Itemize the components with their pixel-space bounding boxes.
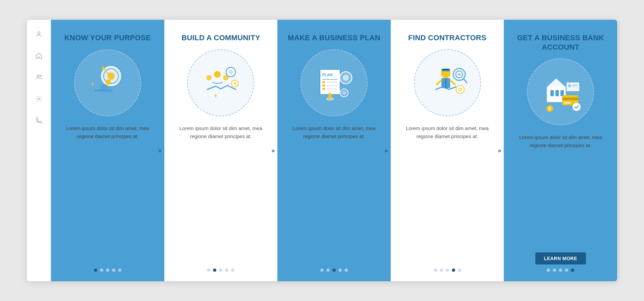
people-icon[interactable] xyxy=(34,72,44,83)
svg-point-3 xyxy=(38,98,40,100)
card-5-dots xyxy=(547,268,574,272)
dot-4-1[interactable] xyxy=(434,268,437,272)
card-1-title: KNOW YOUR PURPOSE xyxy=(64,33,151,43)
contractor-illustration-svg xyxy=(424,59,471,106)
card-1-illustration xyxy=(74,49,141,116)
dot-3-4[interactable] xyxy=(338,268,342,272)
card-2-dots xyxy=(207,268,234,272)
gear-icon[interactable] xyxy=(34,94,44,104)
card-4-dots xyxy=(434,268,461,272)
user-icon[interactable] xyxy=(34,29,44,40)
dot-2-1[interactable] xyxy=(207,268,210,272)
dot-3-2[interactable] xyxy=(326,268,330,272)
dot-2-3[interactable] xyxy=(219,268,222,272)
dot-5-1[interactable] xyxy=(547,268,550,272)
purpose-illustration-svg xyxy=(84,59,131,106)
card-3-chevron: » xyxy=(385,147,388,154)
cards-container: KNOW YOUR PURPOSE xyxy=(51,20,617,281)
svg-point-1 xyxy=(37,75,39,77)
bank-illustration-svg: $ xyxy=(537,68,584,115)
dot-3-5[interactable] xyxy=(344,268,348,272)
community-illustration-svg xyxy=(197,59,244,106)
svg-point-63 xyxy=(568,84,571,87)
dot-5-4[interactable] xyxy=(565,268,568,272)
dot-2-4[interactable] xyxy=(225,268,228,272)
dot-4-3[interactable] xyxy=(446,268,449,272)
card-3-title: MAKE A BUSINESS PLAN xyxy=(288,33,380,43)
card-5-text: Lorem ipsum dolor sit dim amet, mea regi… xyxy=(513,133,608,249)
home-icon[interactable] xyxy=(34,51,44,61)
svg-rect-52 xyxy=(550,90,554,96)
svg-point-18 xyxy=(206,75,212,80)
svg-point-59 xyxy=(573,103,581,111)
dot-5-3[interactable] xyxy=(559,268,562,272)
dot-4-4[interactable] xyxy=(452,268,455,272)
card-4-illustration xyxy=(414,49,481,116)
card-business-plan: MAKE A BUSINESS PLAN PLAN xyxy=(277,20,391,281)
dot-1-4[interactable] xyxy=(112,268,115,272)
card-1-dots xyxy=(94,268,121,272)
svg-rect-53 xyxy=(555,90,559,96)
card-3-dots xyxy=(320,268,348,272)
svg-rect-30 xyxy=(322,88,325,90)
svg-point-16 xyxy=(214,71,221,78)
svg-line-46 xyxy=(464,79,467,83)
card-bank-account: GET A BUSINESS BANK ACCOUNT xyxy=(504,20,617,281)
phone-icon[interactable] xyxy=(34,115,44,126)
card-1-chevron: » xyxy=(158,147,162,154)
svg-rect-58 xyxy=(564,102,571,104)
dot-5-5[interactable] xyxy=(571,268,574,272)
svg-rect-28 xyxy=(322,84,325,86)
svg-rect-9 xyxy=(94,89,113,92)
svg-rect-10 xyxy=(100,84,107,89)
card-4-text: Lorem ipsum dolor sit dim amet, mea regi… xyxy=(400,124,495,263)
dot-1-1[interactable] xyxy=(94,268,97,272)
svg-point-17 xyxy=(223,75,228,80)
card-1-text: Lorem ipsum dolor sit dim amet, mea regi… xyxy=(60,124,155,263)
svg-point-11 xyxy=(106,79,111,85)
card-know-purpose: KNOW YOUR PURPOSE xyxy=(51,20,164,281)
svg-text:PLAN: PLAN xyxy=(322,73,332,77)
dot-5-2[interactable] xyxy=(553,268,556,272)
card-build-community: BUILD A COMMUNITY xyxy=(164,20,278,281)
learn-more-button[interactable]: LEARN MORE xyxy=(535,252,586,264)
dot-1-5[interactable] xyxy=(118,268,121,272)
app-container: KNOW YOUR PURPOSE xyxy=(27,20,617,281)
svg-point-22 xyxy=(233,82,236,85)
svg-point-49 xyxy=(458,87,462,92)
plan-illustration-svg: PLAN xyxy=(311,59,358,106)
svg-text:$: $ xyxy=(548,106,551,111)
svg-point-38 xyxy=(342,91,346,95)
dot-1-2[interactable] xyxy=(100,268,103,272)
svg-point-0 xyxy=(38,32,40,34)
card-2-illustration xyxy=(187,49,254,116)
svg-marker-13 xyxy=(92,82,94,84)
card-2-text: Lorem ipsum dolor sit dim amet, mea regi… xyxy=(174,124,268,263)
dot-2-5[interactable] xyxy=(231,268,234,272)
dot-4-2[interactable] xyxy=(440,268,443,272)
dot-3-3[interactable] xyxy=(332,268,336,272)
card-2-chevron: » xyxy=(271,147,275,154)
card-2-title: BUILD A COMMUNITY xyxy=(181,33,260,43)
svg-point-47 xyxy=(457,73,461,76)
dot-2-2[interactable] xyxy=(213,268,216,272)
svg-rect-41 xyxy=(442,69,449,70)
svg-rect-57 xyxy=(562,98,578,100)
card-5-title: GET A BUSINESS BANK ACCOUNT xyxy=(513,33,608,52)
card-4-chevron: » xyxy=(498,147,501,154)
dot-1-3[interactable] xyxy=(106,268,109,272)
dot-4-5[interactable] xyxy=(458,268,461,272)
svg-point-2 xyxy=(40,75,41,77)
svg-point-36 xyxy=(328,93,332,96)
card-find-contractors: FIND CONTRACTORS xyxy=(391,20,504,281)
card-3-illustration: PLAN xyxy=(301,49,368,116)
svg-point-33 xyxy=(343,75,349,81)
card-3-text: Lorem ipsum dolor sit dim amet, mea regi… xyxy=(287,124,381,263)
svg-marker-51 xyxy=(547,78,566,87)
svg-point-15 xyxy=(228,70,233,74)
svg-marker-20 xyxy=(214,94,217,96)
dot-3-1[interactable] xyxy=(320,268,324,272)
card-4-title: FIND CONTRACTORS xyxy=(408,33,486,43)
sidebar xyxy=(27,20,51,281)
card-5-illustration: $ xyxy=(527,58,594,125)
